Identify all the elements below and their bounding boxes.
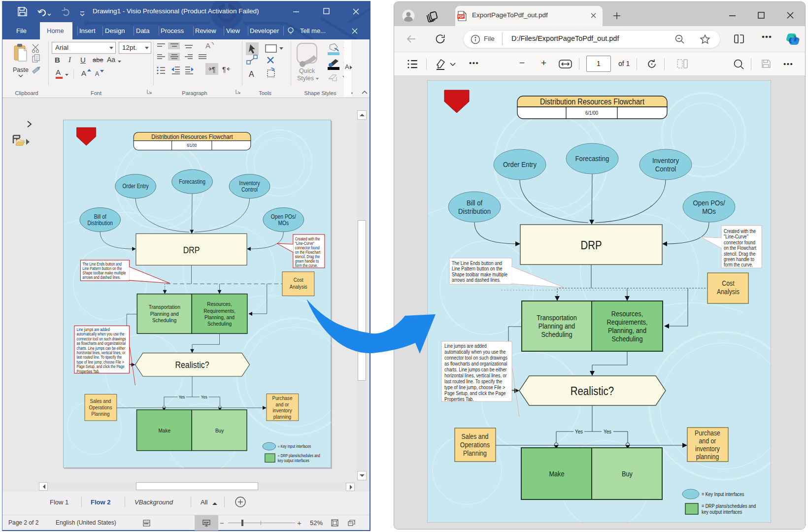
svg-text:A: A (205, 42, 210, 50)
svg-text:¶: ¶ (212, 66, 216, 73)
svg-text:PDF: PDF (458, 15, 464, 18)
svg-text:Paste: Paste (13, 66, 29, 73)
svg-text:A: A (249, 70, 254, 78)
svg-text:Quick: Quick (299, 67, 315, 74)
svg-text:Styles: Styles (297, 75, 314, 82)
svg-text:¶: ¶ (222, 66, 226, 73)
